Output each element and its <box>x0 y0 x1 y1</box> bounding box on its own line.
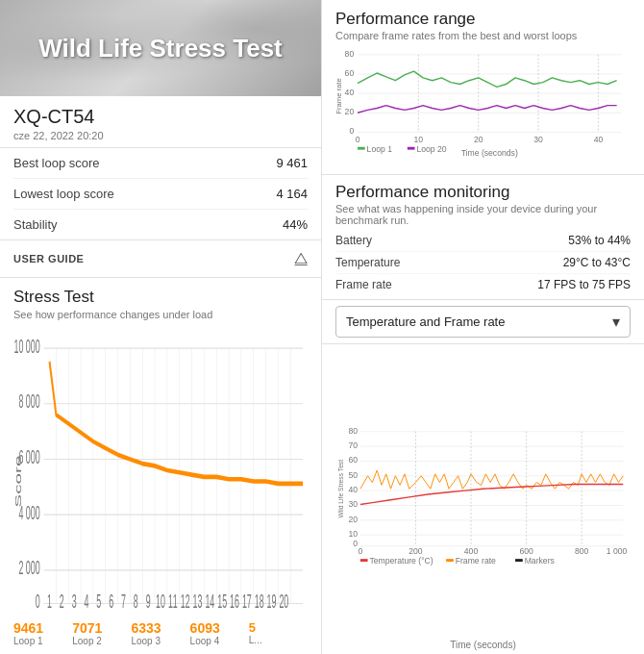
best-loop-value: 9 461 <box>276 156 308 170</box>
device-info: XQ-CT54 cze 22, 2022 20:20 <box>0 96 321 148</box>
svg-text:40: 40 <box>345 88 355 97</box>
stress-test-header: Wild Life Stress Test <box>0 0 321 96</box>
dropdown-label: Temperature and Frame rate <box>346 314 505 329</box>
svg-text:1: 1 <box>47 591 52 612</box>
loop-score-1: 9461 Loop 1 <box>13 620 72 646</box>
svg-text:2: 2 <box>60 591 64 612</box>
share-icon[interactable]: ⧋ <box>294 250 308 267</box>
svg-rect-77 <box>408 147 415 150</box>
chevron-down-icon: ▾ <box>612 313 620 331</box>
svg-text:0: 0 <box>359 546 363 556</box>
monitoring-chart-svg: 80 70 60 50 40 30 20 10 0 <box>335 348 631 640</box>
svg-text:20: 20 <box>345 107 355 116</box>
svg-text:60: 60 <box>345 68 355 78</box>
loop-2-label: Loop 2 <box>72 636 131 646</box>
svg-text:80: 80 <box>348 426 358 436</box>
svg-text:4: 4 <box>85 591 89 612</box>
svg-text:10: 10 <box>156 591 165 612</box>
stress-chart: 10 000 8 000 6 000 4 000 2 000 0 <box>13 326 308 615</box>
perf-monitoring-subtitle: See what was happening inside your devic… <box>335 203 631 226</box>
svg-text:20: 20 <box>279 591 288 612</box>
monitoring-chart-section: 80 70 60 50 40 30 20 10 0 <box>322 344 644 654</box>
loop-3-label: Loop 3 <box>131 636 189 646</box>
svg-text:Frame rate: Frame rate <box>456 556 496 566</box>
framerate-value: 17 FPS to 75 FPS <box>537 278 631 291</box>
monitoring-chart: 80 70 60 50 40 30 20 10 0 <box>335 348 631 640</box>
svg-text:200: 200 <box>409 546 423 556</box>
perf-range-title: Performance range <box>335 10 631 29</box>
loop-1-label: Loop 1 <box>13 636 72 646</box>
loop-2-value: 7071 <box>72 620 131 636</box>
loop-4-label: Loop 4 <box>190 636 249 646</box>
svg-text:8 000: 8 000 <box>18 390 39 412</box>
best-loop-label: Best loop score <box>13 156 100 170</box>
svg-text:80: 80 <box>345 49 355 59</box>
loop-3-value: 6333 <box>131 620 189 636</box>
svg-text:9: 9 <box>146 591 151 612</box>
stability-value: 44% <box>283 217 308 232</box>
stability-label: Stability <box>13 217 58 232</box>
svg-text:19: 19 <box>267 591 277 612</box>
battery-row: Battery 53% to 44% <box>335 230 631 252</box>
loop-score-3: 6333 Loop 3 <box>131 620 189 646</box>
stress-section: Stress Test See how performance changes … <box>0 278 321 654</box>
svg-text:5: 5 <box>96 591 101 612</box>
best-loop-score-row: Best loop score 9 461 <box>13 148 308 179</box>
temperature-value: 29°C to 43°C <box>563 256 631 269</box>
svg-text:400: 400 <box>464 546 479 556</box>
svg-text:12: 12 <box>181 591 190 612</box>
device-date: cze 22, 2022 20:20 <box>13 130 308 141</box>
svg-text:14: 14 <box>205 591 214 612</box>
svg-rect-110 <box>446 559 454 562</box>
svg-rect-112 <box>515 559 523 562</box>
svg-text:15: 15 <box>217 591 227 612</box>
svg-text:60: 60 <box>348 455 358 465</box>
svg-text:7: 7 <box>121 591 126 612</box>
svg-text:Wild Life Stress Test: Wild Life Stress Test <box>337 460 344 518</box>
svg-text:800: 800 <box>575 546 589 556</box>
svg-text:0: 0 <box>353 539 358 548</box>
user-guide-row[interactable]: USER GUIDE ⧋ <box>0 240 321 278</box>
monitoring-chart-xlabel: Time (seconds) <box>335 640 631 650</box>
dropdown-select[interactable]: Temperature and Frame rate ▾ <box>335 306 631 338</box>
framerate-row: Frame rate 17 FPS to 75 FPS <box>335 274 631 295</box>
svg-text:8: 8 <box>134 591 138 612</box>
perf-range-subtitle: Compare frame rates from the best and wo… <box>335 30 631 41</box>
stress-test-title: Wild Life Stress Test <box>38 34 283 63</box>
loop-score-2: 7071 Loop 2 <box>72 620 131 646</box>
svg-text:10 000: 10 000 <box>13 335 39 356</box>
loop-score-5: 5 L... <box>249 620 308 646</box>
svg-text:10: 10 <box>414 135 424 144</box>
svg-text:Frame rate: Frame rate <box>335 78 343 113</box>
left-panel: Wild Life Stress Test XQ-CT54 cze 22, 20… <box>0 0 322 654</box>
svg-text:3: 3 <box>72 591 77 612</box>
lowest-loop-score-row: Lowest loop score 4 164 <box>13 179 308 210</box>
svg-text:20: 20 <box>348 515 358 524</box>
perf-monitoring-section: Performance monitoring See what was happ… <box>322 175 644 300</box>
right-panel: Performance range Compare frame rates fr… <box>322 0 644 654</box>
dropdown-row: Temperature and Frame rate ▾ <box>322 300 644 344</box>
loop-5-label: L... <box>249 635 308 645</box>
loop-score-4: 6093 Loop 4 <box>190 620 249 646</box>
svg-rect-75 <box>358 147 365 150</box>
svg-text:10: 10 <box>348 529 358 539</box>
loop-5-value: 5 <box>249 620 308 635</box>
perf-range-svg: 80 60 40 20 0 Frame rate 0 <box>335 45 631 170</box>
stress-section-subtitle: See how performance changes under load <box>13 309 308 320</box>
perf-range-chart: 80 60 40 20 0 Frame rate 0 <box>335 45 631 170</box>
svg-text:50: 50 <box>348 470 358 480</box>
loop-4-value: 6093 <box>190 620 249 636</box>
svg-text:40: 40 <box>348 485 358 494</box>
svg-text:Markers: Markers <box>525 556 555 566</box>
svg-text:0: 0 <box>356 135 360 144</box>
svg-text:6: 6 <box>109 591 113 612</box>
svg-text:40: 40 <box>594 135 604 144</box>
temperature-label: Temperature <box>335 256 400 269</box>
lowest-loop-label: Lowest loop score <box>13 187 114 201</box>
loop-1-value: 9461 <box>13 620 72 636</box>
svg-text:30: 30 <box>348 499 358 509</box>
loop-scores: 9461 Loop 1 7071 Loop 2 6333 Loop 3 6093… <box>13 615 308 650</box>
svg-text:Score: Score <box>13 455 22 507</box>
svg-text:Temperature (°C): Temperature (°C) <box>369 556 433 566</box>
device-name: XQ-CT54 <box>13 106 308 128</box>
